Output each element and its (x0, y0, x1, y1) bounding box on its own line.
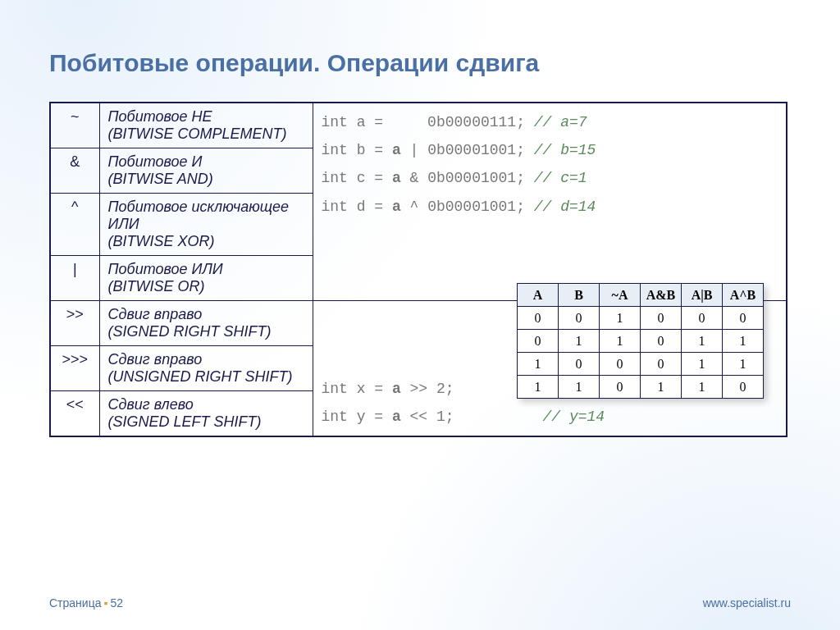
truth-cell: 0 (559, 353, 600, 376)
code-block-bitwise: int a = 0b00000111; // a=7 int b = a | 0… (313, 103, 787, 301)
truth-header: A|B (682, 284, 723, 307)
truth-cell: 1 (682, 330, 723, 353)
truth-header: A^B (723, 284, 764, 307)
truth-cell: 1 (600, 330, 641, 353)
op-desc: Побитовое ИЛИ(BITWISE OR) (99, 256, 313, 301)
op-desc: Побитовое НЕ(BITWISE COMPLEMENT) (99, 103, 313, 148)
slide-footer: Страница▪52 www.specialist.ru (49, 596, 791, 609)
truth-cell: 0 (682, 307, 723, 330)
truth-header: A (518, 284, 559, 307)
op-desc: Побитовое исключающее ИЛИ(BITWISE XOR) (99, 194, 313, 256)
op-symbol: << (50, 391, 99, 437)
op-symbol: ^ (50, 194, 99, 256)
truth-cell: 0 (600, 376, 641, 399)
truth-header: A&B (641, 284, 682, 307)
truth-header: B (559, 284, 600, 307)
truth-cell: 1 (518, 376, 559, 399)
op-symbol: >> (50, 301, 99, 346)
truth-cell: 0 (518, 307, 559, 330)
op-desc: Побитовое И(BITWISE AND) (99, 148, 313, 194)
truth-table: A B ~A A&B A|B A^B 0 0 1 0 0 0 0 1 1 0 1… (517, 283, 764, 399)
truth-cell: 1 (682, 353, 723, 376)
truth-header: ~A (600, 284, 641, 307)
truth-cell: 0 (641, 353, 682, 376)
truth-cell: 0 (641, 330, 682, 353)
truth-cell: 1 (600, 307, 641, 330)
footer-url: www.specialist.ru (703, 596, 791, 609)
truth-cell: 1 (518, 353, 559, 376)
truth-cell: 0 (518, 330, 559, 353)
page-indicator: Страница▪52 (49, 596, 123, 609)
truth-cell: 1 (559, 330, 600, 353)
truth-cell: 1 (723, 330, 764, 353)
op-desc: Сдвиг вправо(SIGNED RIGHT SHIFT) (99, 301, 313, 346)
truth-cell: 1 (559, 376, 600, 399)
truth-cell: 0 (600, 353, 641, 376)
op-symbol: | (50, 256, 99, 301)
truth-cell: 1 (723, 353, 764, 376)
truth-cell: 1 (682, 376, 723, 399)
truth-cell: 1 (641, 376, 682, 399)
slide-title: Побитовые операции. Операции сдвига (49, 49, 791, 77)
truth-cell: 0 (559, 307, 600, 330)
truth-cell: 0 (723, 376, 764, 399)
op-desc: Сдвиг вправо(UNSIGNED RIGHT SHIFT) (99, 346, 313, 391)
op-symbol: ~ (50, 103, 99, 148)
truth-cell: 0 (641, 307, 682, 330)
truth-table-wrap: A B ~A A&B A|B A^B 0 0 1 0 0 0 0 1 1 0 1… (517, 283, 764, 399)
op-symbol: & (50, 148, 99, 194)
op-symbol: >>> (50, 346, 99, 391)
truth-cell: 0 (723, 307, 764, 330)
op-desc: Сдвиг влево(SIGNED LEFT SHIFT) (99, 391, 313, 437)
